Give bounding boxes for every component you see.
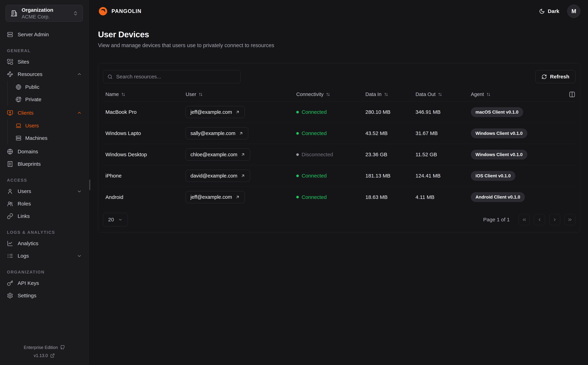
column-label: Connectivity: [296, 91, 323, 97]
nav-section: ACCESSUsersRolesLinks: [0, 178, 88, 222]
sidebar-resize-handle[interactable]: [89, 180, 90, 190]
card-footer: 20 Page 1 of 1: [103, 213, 575, 226]
arrow-up-right-icon: [235, 195, 240, 199]
sidebar-item-roles[interactable]: Roles: [0, 197, 88, 210]
column-label: Agent: [471, 91, 484, 97]
agent-cell: Windows Client v0.1.0: [468, 128, 567, 138]
sidebar-item-machines[interactable]: Machines: [15, 132, 88, 144]
user-link-button[interactable]: david@example.com: [186, 170, 250, 182]
chevrons-up-down-icon: [73, 11, 78, 16]
agent-badge: macOS Client v0.1.0: [471, 107, 523, 117]
agent-cell: Windows Client v0.1.0: [468, 150, 567, 160]
receipt-icon: [7, 161, 13, 167]
version-line[interactable]: v1.13.0: [34, 353, 55, 358]
edition-line[interactable]: Enterprise Edition: [24, 345, 65, 350]
key-icon: [7, 280, 13, 286]
user-link-button[interactable]: jeff@example.com: [186, 106, 245, 118]
page-subtitle: View and manage devices that users use t…: [98, 42, 581, 49]
user-link-button[interactable]: sally@example.com: [186, 127, 248, 139]
sidebar-item-label: Links: [18, 213, 82, 219]
column-header-user[interactable]: User: [183, 91, 294, 97]
sidebar-item-users[interactable]: Users: [15, 119, 88, 132]
card-controls: Refresh: [103, 70, 575, 83]
user-link-button[interactable]: jeff@example.com: [186, 191, 245, 203]
agent-cell: iOS Client v0.1.0: [468, 171, 567, 181]
column-header-name[interactable]: Name: [103, 91, 183, 97]
org-label: Organization: [22, 7, 69, 13]
sidebar-item-public[interactable]: Public: [15, 81, 88, 93]
column-header-data-out[interactable]: Data Out: [413, 91, 468, 97]
sidebar-item-label: Analytics: [18, 240, 82, 246]
header-actions: [567, 91, 575, 98]
agent-badge: Android Client v0.1.0: [471, 192, 525, 202]
avatar-initial: M: [571, 8, 576, 14]
avatar[interactable]: M: [567, 5, 581, 18]
connectivity-status: Connected: [294, 173, 363, 179]
last-page-button[interactable]: [564, 214, 575, 225]
next-page-button[interactable]: [549, 214, 560, 225]
refresh-button[interactable]: Refresh: [535, 70, 575, 83]
chevron-down-icon: [118, 217, 122, 222]
connectivity-status: Connected: [294, 194, 363, 200]
sidebar-item-links[interactable]: Links: [0, 210, 88, 222]
column-header-data-in[interactable]: Data In: [363, 91, 413, 97]
sidebar-item-label: Users: [25, 123, 85, 129]
building-icon: [10, 10, 17, 17]
pager: Page 1 of 1: [483, 214, 575, 225]
logs-icon: [7, 253, 13, 259]
nav-section: ORGANIZATIONAPI KeysSettings: [0, 270, 88, 302]
chevron-up-icon: [77, 110, 82, 115]
user-link-button[interactable]: chloe@example.com: [186, 148, 250, 161]
sidebar-item-settings[interactable]: Settings: [0, 289, 88, 302]
agent-badge: iOS Client v0.1.0: [471, 171, 516, 181]
sidebar-item-clients[interactable]: Clients: [0, 107, 88, 119]
theme-toggle[interactable]: Dark: [539, 8, 559, 14]
page-size-select[interactable]: 20: [103, 213, 128, 226]
page-title: User Devices: [98, 30, 581, 39]
sidebar-item-blueprints[interactable]: Blueprints: [0, 158, 88, 170]
column-header-connectivity[interactable]: Connectivity: [294, 91, 363, 97]
sidebar-item-analytics[interactable]: Analytics: [0, 237, 88, 250]
sidebar-item-api-keys[interactable]: API Keys: [0, 277, 88, 289]
sidebar-item-domains[interactable]: Domains: [0, 145, 88, 158]
nav-section-heading: ORGANIZATION: [0, 270, 88, 274]
toggle-columns-button[interactable]: [569, 91, 575, 98]
sidebar-item-server-admin[interactable]: Server Admin: [0, 28, 88, 41]
table-row: Androidjeff@example.comConnected18.63 MB…: [103, 186, 575, 208]
search-box: [103, 70, 241, 83]
sidebar-item-resources[interactable]: Resources: [0, 68, 88, 80]
search-input[interactable]: [116, 74, 236, 80]
brand[interactable]: PANGOLIN: [98, 6, 142, 16]
search-icon: [107, 74, 113, 79]
user-cell: david@example.com: [183, 170, 294, 182]
device-name: MacBook Pro: [103, 109, 183, 115]
sidebar-item-label: Users: [18, 188, 72, 194]
data-in-value: 18.63 MB: [363, 194, 413, 200]
first-page-button[interactable]: [519, 214, 530, 225]
users-icon: [7, 201, 13, 207]
sidebar-item-label: Sites: [18, 59, 82, 65]
devices-card: Refresh NameUserConnectivityData InData …: [98, 63, 581, 232]
prev-page-button[interactable]: [534, 214, 545, 225]
org-selector[interactable]: Organization ACME Corp.: [6, 5, 83, 22]
page-info: Page 1 of 1: [483, 217, 510, 223]
table-row: Windows Laptosally@example.comConnected4…: [103, 123, 575, 144]
server-icon: [15, 135, 22, 141]
external-link-icon: [50, 353, 55, 358]
table-body: MacBook Projeff@example.comConnected280.…: [103, 102, 575, 208]
sidebar-item-label: API Keys: [18, 280, 82, 286]
column-header-agent[interactable]: Agent: [468, 91, 567, 97]
sidebar-item-private[interactable]: Private: [15, 93, 88, 106]
connectivity-status: Disconnected: [294, 152, 363, 157]
status-text: Connected: [301, 194, 327, 200]
sidebar-item-access-users[interactable]: Users: [0, 185, 88, 197]
edition-label: Enterprise Edition: [24, 345, 58, 350]
sidebar-item-logs[interactable]: Logs: [0, 250, 88, 262]
sidebar-item-sites[interactable]: Sites: [0, 56, 88, 68]
data-out-value: 4.11 MB: [413, 194, 468, 200]
chart-icon: [7, 240, 13, 246]
chevron-down-icon: [77, 189, 82, 194]
user-cell: chloe@example.com: [183, 148, 294, 161]
connectivity-status: Connected: [294, 130, 363, 136]
column-label: Name: [105, 91, 119, 97]
